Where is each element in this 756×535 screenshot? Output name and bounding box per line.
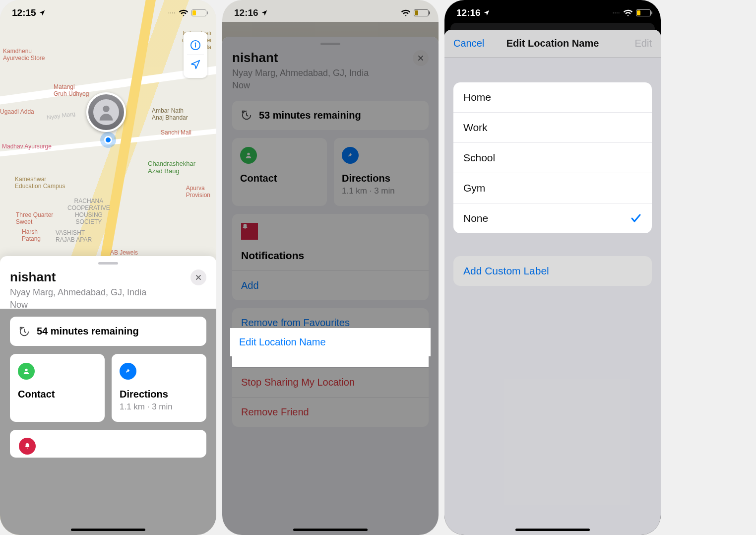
cancel-button[interactable]: Cancel bbox=[453, 38, 484, 49]
option-school[interactable]: School bbox=[453, 142, 652, 173]
poi-sanchi: Sanchi Mall bbox=[161, 129, 191, 136]
directions-label: Directions bbox=[342, 173, 421, 184]
home-indicator[interactable] bbox=[515, 529, 590, 531]
directions-icon bbox=[120, 363, 136, 380]
directions-sub: 1.1 km · 3 min bbox=[342, 186, 421, 196]
person-name: nishant bbox=[10, 269, 146, 285]
notifications-header: Notifications bbox=[241, 250, 420, 262]
modal-navbar: Cancel Edit Location Name Edit bbox=[444, 30, 661, 58]
directions-label: Directions bbox=[120, 389, 198, 400]
option-home[interactable]: Home bbox=[453, 82, 652, 112]
wifi-icon bbox=[179, 9, 189, 17]
custom-label-section: Add Custom Label bbox=[453, 256, 652, 286]
close-button[interactable] bbox=[190, 269, 206, 285]
info-button[interactable] bbox=[190, 36, 201, 55]
cell-signal-dots: ···· bbox=[613, 10, 620, 16]
battery-icon bbox=[191, 9, 206, 16]
directions-tile[interactable]: Directions 1.1 km · 3 min bbox=[334, 138, 429, 206]
poi-vashisht: VASHISHT RAJAB APAR bbox=[56, 229, 92, 243]
sheet-grabber[interactable] bbox=[98, 262, 118, 265]
status-time: 12:15 bbox=[12, 7, 36, 18]
time-remaining: 54 minutes remaining bbox=[37, 326, 139, 337]
status-bar: 12:16 bbox=[222, 0, 439, 22]
edit-button[interactable]: Edit bbox=[635, 38, 652, 49]
screen-full-sheet-edit-highlight: 12:16 nishant Nyay Marg, Ahmedabad, GJ, … bbox=[222, 0, 439, 535]
actions-card: Remove from Favourites Edit Location Nam… bbox=[232, 308, 429, 427]
cell-signal-dots: ···· bbox=[168, 10, 176, 16]
poi-kameshwar: Kameshwar Education Campus bbox=[15, 176, 65, 190]
poi-road-nyay: Nyay Marg bbox=[46, 110, 75, 121]
battery-icon bbox=[636, 9, 651, 16]
bell-icon bbox=[241, 223, 258, 240]
wifi-icon bbox=[623, 9, 633, 17]
poi-ab: AB Jewels bbox=[110, 249, 138, 256]
person-avatar-pin[interactable] bbox=[86, 92, 126, 132]
status-time: 12:16 bbox=[456, 7, 481, 18]
option-gym[interactable]: Gym bbox=[453, 173, 652, 203]
home-indicator[interactable] bbox=[71, 529, 145, 531]
poi-ambar: Ambar Nath Anaj Bhandar bbox=[152, 107, 188, 121]
poi-apurva: Apurva Provision bbox=[186, 185, 210, 199]
locate-me-button[interactable] bbox=[190, 55, 201, 74]
add-notification-button[interactable]: Add bbox=[232, 270, 429, 300]
svg-point-3 bbox=[103, 106, 109, 112]
contact-label: Contact bbox=[240, 173, 319, 184]
history-icon bbox=[241, 110, 252, 121]
remove-friend-row[interactable]: Remove Friend bbox=[232, 397, 429, 427]
directions-tile[interactable]: Directions 1.1 km · 3 min bbox=[112, 354, 206, 422]
bell-icon bbox=[19, 438, 36, 455]
person-name: nishant bbox=[232, 50, 369, 66]
svg-point-1 bbox=[195, 43, 196, 44]
person-address: Nyay Marg, Ahmedabad, GJ, India bbox=[232, 67, 369, 79]
my-location-dot bbox=[100, 132, 116, 148]
person-timestamp: Now bbox=[232, 80, 369, 91]
notifications-tile[interactable] bbox=[10, 430, 206, 458]
map-controls bbox=[184, 32, 207, 78]
add-custom-label-row[interactable]: Add Custom Label bbox=[453, 256, 652, 286]
battery-icon bbox=[414, 9, 429, 16]
home-indicator[interactable] bbox=[293, 529, 368, 531]
contact-icon bbox=[240, 147, 257, 164]
poi-ugaadi: Ugaadi Adda bbox=[0, 108, 34, 115]
option-none[interactable]: None bbox=[453, 203, 652, 233]
screen-map-with-minisheet: Kamdhenu Ayurvedic Store Indian Insti of… bbox=[0, 0, 216, 535]
close-button[interactable] bbox=[413, 50, 429, 66]
sheet-lower-dimmed: 54 minutes remaining Contact Directions … bbox=[0, 309, 216, 535]
wifi-icon bbox=[401, 9, 411, 17]
poi-madhav: Madhav Ayursurge bbox=[2, 143, 52, 150]
poi-harsh: Harsh Patang bbox=[22, 228, 41, 242]
svg-rect-2 bbox=[195, 44, 196, 47]
option-work[interactable]: Work bbox=[453, 112, 652, 142]
poi-kamdhenu: Kamdhenu Ayurvedic Store bbox=[3, 48, 45, 62]
status-time: 12:16 bbox=[234, 7, 258, 18]
time-remaining: 53 minutes remaining bbox=[259, 110, 361, 121]
svg-point-5 bbox=[247, 152, 250, 155]
sheet-grabber[interactable] bbox=[320, 43, 340, 45]
history-icon bbox=[19, 326, 30, 337]
status-bar: 12:15 ···· bbox=[0, 0, 216, 22]
directions-icon bbox=[342, 147, 359, 164]
location-services-icon bbox=[483, 9, 490, 16]
contact-icon bbox=[18, 363, 35, 380]
status-bar: 12:16 ···· bbox=[444, 0, 661, 22]
directions-sub: 1.1 km · 3 min bbox=[120, 402, 198, 412]
svg-point-4 bbox=[25, 369, 27, 371]
notifications-card: Notifications Add bbox=[232, 214, 429, 300]
location-services-icon bbox=[39, 9, 46, 16]
poi-rachana: RACHANA COOPERATIVE HOUSING SOCIETY bbox=[67, 198, 110, 225]
checkmark-icon bbox=[630, 212, 642, 224]
contact-tile[interactable]: Contact bbox=[232, 138, 327, 206]
screen-edit-location-name: 12:16 ···· Cancel Edit Location Name Edi… bbox=[444, 0, 661, 535]
poi-threeq: Three Quarter Sweet bbox=[16, 211, 53, 225]
contact-tile[interactable]: Contact bbox=[10, 354, 105, 422]
poi-park: Chandrashekhar Azad Baug bbox=[148, 160, 195, 175]
edit-location-name-highlight[interactable]: Edit Location Name bbox=[230, 328, 431, 356]
edit-location-modal: Cancel Edit Location Name Edit Home Work… bbox=[444, 30, 661, 535]
label-options-list: Home Work School Gym None bbox=[453, 82, 652, 233]
poi-matangi: Matangi Gruh Udhyog bbox=[54, 83, 89, 97]
stop-sharing-row[interactable]: Stop Sharing My Location bbox=[232, 367, 429, 397]
location-services-icon bbox=[261, 9, 268, 16]
contact-label: Contact bbox=[18, 389, 97, 400]
person-address: Nyay Marg, Ahmedabad, GJ, India bbox=[10, 287, 146, 298]
full-sheet[interactable]: nishant Nyay Marg, Ahmedabad, GJ, India … bbox=[222, 37, 439, 535]
